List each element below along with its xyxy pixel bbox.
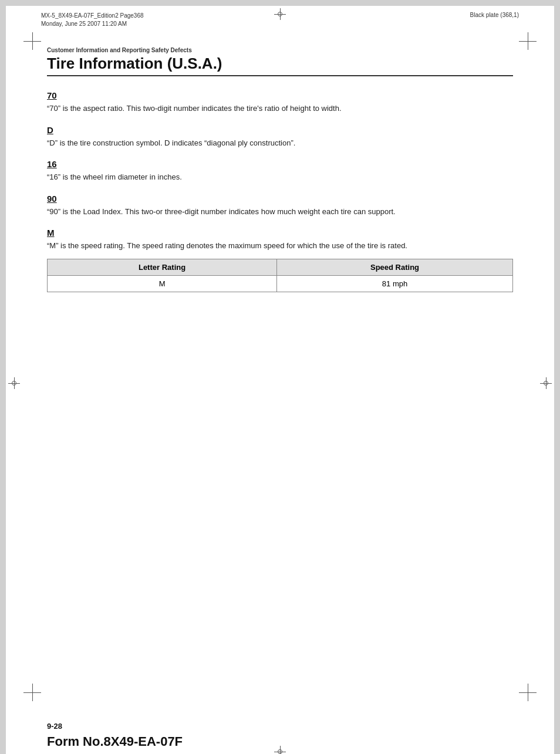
section-heading-d: D [47, 125, 513, 135]
reg-mark-top-right [519, 32, 537, 50]
header-line1: MX-5_8X49-EA-07F_Edition2 Page368 [41, 12, 144, 20]
table-row: M 81 mph [48, 275, 513, 292]
reg-mark-bottom-left [23, 684, 41, 701]
section-body-16: “16” is the wheel rim diameter in inches… [47, 171, 513, 183]
col-header-speed: Speed Rating [277, 259, 513, 275]
header-metadata-right: Black plate (368,1) [470, 12, 519, 18]
section-label: Customer Information and Reporting Safet… [47, 47, 513, 53]
page-header: MX-5_8X49-EA-07F_Edition2 Page368 Monday… [41, 12, 519, 28]
section-body-90: “90” is the Load Index. This two-or thre… [47, 206, 513, 218]
form-number: Form No.8X49-EA-07F [47, 734, 183, 749]
header-metadata-left: MX-5_8X49-EA-07F_Edition2 Page368 Monday… [41, 12, 144, 28]
reg-mark-top-left [23, 32, 41, 50]
section-heading-70: 70 [47, 90, 513, 100]
speed-rating-table: Letter Rating Speed Rating M 81 mph [47, 259, 513, 292]
section-body-d: “D” is the tire construction symbol. D i… [47, 137, 513, 149]
header-line2: Monday, June 25 2007 11:20 AM [41, 20, 144, 28]
crosshair-right [540, 377, 552, 389]
page-title: Tire Information (U.S.A.) [47, 55, 513, 73]
section-heading-16: 16 [47, 159, 513, 169]
table-cell-letter: M [48, 275, 277, 292]
section-heading-m: M [47, 228, 513, 238]
section-body-m: “M” is the speed rating. The speed ratin… [47, 240, 513, 252]
page-number: 9-28 [47, 722, 62, 731]
crosshair-left [8, 377, 20, 389]
document-page: MX-5_8X49-EA-07F_Edition2 Page368 Monday… [6, 6, 554, 754]
col-header-letter: Letter Rating [48, 259, 277, 275]
crosshair-bottom [274, 746, 286, 754]
table-cell-speed: 81 mph [277, 275, 513, 292]
table-header-row: Letter Rating Speed Rating [48, 259, 513, 275]
section-heading-90: 90 [47, 194, 513, 204]
section-body-70: “70” is the aspect ratio. This two-digit… [47, 103, 513, 114]
main-content: Customer Information and Reporting Safet… [47, 47, 513, 713]
title-rule [47, 75, 513, 76]
reg-mark-bottom-right [519, 684, 537, 701]
